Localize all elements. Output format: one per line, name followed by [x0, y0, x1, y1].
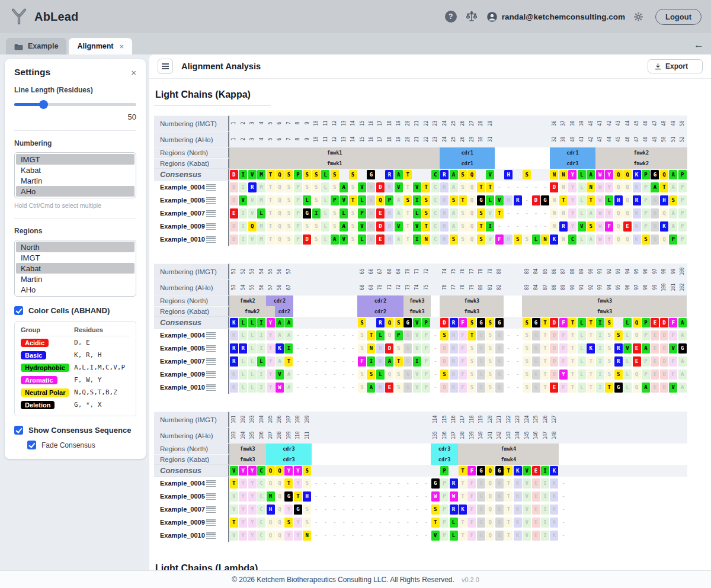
drag-handle-icon[interactable] [206, 332, 216, 339]
drag-handle-icon[interactable] [206, 184, 216, 191]
residue-cell: L [577, 355, 586, 368]
residue-cell: E [623, 220, 632, 233]
gap-dash: - [360, 480, 363, 486]
numbering-value: 44 [607, 137, 612, 142]
residue-cell: D [550, 317, 559, 329]
numbering-cell: 48 [641, 131, 650, 147]
residue-cell: R [440, 194, 449, 207]
residue-cell: - [376, 516, 385, 529]
residue-cell: V [412, 181, 421, 194]
drag-handle-icon[interactable] [206, 532, 216, 539]
residue-cell: I [284, 342, 293, 355]
show-consensus-checkbox-row[interactable]: Show Consensus Sequence [14, 426, 136, 435]
gap-dash: - [351, 384, 354, 390]
drag-handle-icon[interactable] [206, 506, 216, 513]
drag-handle-icon[interactable] [206, 345, 216, 352]
residue-cell: T [458, 465, 467, 477]
drag-handle-icon[interactable] [206, 371, 216, 378]
regions-option-aho[interactable]: AHo [16, 284, 134, 295]
line-length-slider[interactable] [14, 100, 136, 109]
drag-handle-icon[interactable] [206, 358, 216, 365]
settings-close-icon[interactable]: × [131, 68, 136, 78]
residue-cell: - [357, 529, 366, 542]
residue-cell: - [504, 381, 513, 394]
residue-cell: V [412, 381, 421, 394]
numbering-cell: 52 [678, 131, 687, 147]
residue-cell: R [385, 169, 394, 181]
numbering-cell: 72 [394, 279, 403, 295]
fade-consensus-checkbox[interactable] [27, 441, 36, 449]
residue-box: V [523, 531, 531, 541]
residue-cell: Q [275, 169, 284, 181]
residue-box: A [331, 234, 339, 245]
sequence-row: Example_0005RRLIYKI-------SNRDSGVP-DRFSG… [154, 342, 711, 355]
residue-cell: Q [275, 220, 284, 233]
residue-cell: - [293, 342, 302, 355]
residue-cell: - [312, 516, 321, 529]
numbering-option-martin[interactable]: Martin [16, 175, 134, 186]
tab-example[interactable]: Example [6, 38, 66, 54]
tab-alignment[interactable]: Alignment × [69, 38, 132, 54]
residue-cell: N [587, 181, 595, 194]
residue-box: Y [239, 505, 247, 515]
drag-handle-icon[interactable] [206, 236, 216, 243]
drag-handle-icon[interactable] [206, 493, 216, 500]
drag-handle-icon[interactable] [206, 223, 216, 230]
slider-thumb[interactable] [39, 100, 48, 109]
drag-handle-icon[interactable] [206, 210, 216, 217]
numbering-value: 127 [552, 416, 557, 423]
regions-option-imgt[interactable]: IMGT [16, 252, 134, 263]
regions-option-north[interactable]: North [16, 242, 134, 252]
residue-cell: G [531, 355, 540, 368]
fade-consensus-checkbox-row[interactable]: Fade Consensus [27, 441, 136, 449]
numbering-cell: 87 [540, 279, 549, 295]
residue-cell: I [595, 329, 604, 342]
legend-residues: K, R, H [74, 349, 130, 361]
residue-cell: - [321, 342, 330, 355]
logout-button[interactable]: Logout [655, 9, 702, 25]
numbering-listbox[interactable]: IMGTKabatMartinAHo [14, 152, 136, 198]
gear-icon[interactable] [633, 12, 643, 22]
residue-box: F [559, 383, 568, 393]
back-arrow-icon[interactable]: ← [694, 40, 704, 50]
residue-cell: G [495, 368, 504, 381]
residue-box: V [413, 369, 421, 380]
residue-box: V [230, 491, 238, 502]
numbering-option-aho[interactable]: AHo [16, 186, 134, 197]
residue-box: S [440, 330, 449, 340]
residue-cell: - [412, 490, 421, 503]
color-cells-checkbox[interactable] [14, 306, 23, 315]
drag-handle-icon[interactable] [206, 480, 216, 487]
regions-option-kabat[interactable]: Kabat [16, 263, 134, 274]
residue-box: K [550, 531, 558, 541]
residue-cell: F [467, 503, 476, 516]
residue-box: A [450, 170, 458, 179]
drag-handle-icon[interactable] [206, 384, 216, 391]
show-consensus-checkbox[interactable] [14, 426, 23, 435]
menu-icon[interactable] [158, 59, 173, 74]
numbering-cell: 96 [623, 279, 632, 295]
residue-cell: R [440, 207, 449, 220]
numbering-value: 14 [350, 121, 356, 126]
residue-cell: N [559, 233, 568, 246]
regions-option-martin[interactable]: Martin [16, 274, 134, 284]
numbering-option-imgt[interactable]: IMGT [16, 154, 134, 165]
drag-handle-icon[interactable] [206, 519, 216, 526]
regions-listbox[interactable]: NorthIMGTKabatMartinAHo [14, 240, 136, 297]
numbering-cell: 89 [559, 279, 568, 295]
residue-box: Y [605, 208, 613, 219]
color-cells-checkbox-row[interactable]: Color Cells (ABHAND) [14, 306, 136, 315]
scale-icon[interactable] [465, 10, 478, 23]
user-chip[interactable]: randal@ketchemconsulting.com [486, 11, 625, 23]
residue-cell: A [641, 381, 650, 394]
numbering-option-kabat[interactable]: Kabat [16, 165, 134, 175]
residue-cell: T [568, 317, 577, 329]
residue-cell: T [284, 477, 293, 490]
residue-cell: S [604, 355, 613, 368]
residue-box: T [477, 182, 485, 192]
help-icon[interactable]: ? [445, 11, 457, 23]
export-button[interactable]: Export [648, 59, 703, 73]
numbering-value: 24 [442, 121, 447, 126]
tab-close-icon[interactable]: × [120, 42, 124, 51]
drag-handle-icon[interactable] [206, 197, 216, 204]
